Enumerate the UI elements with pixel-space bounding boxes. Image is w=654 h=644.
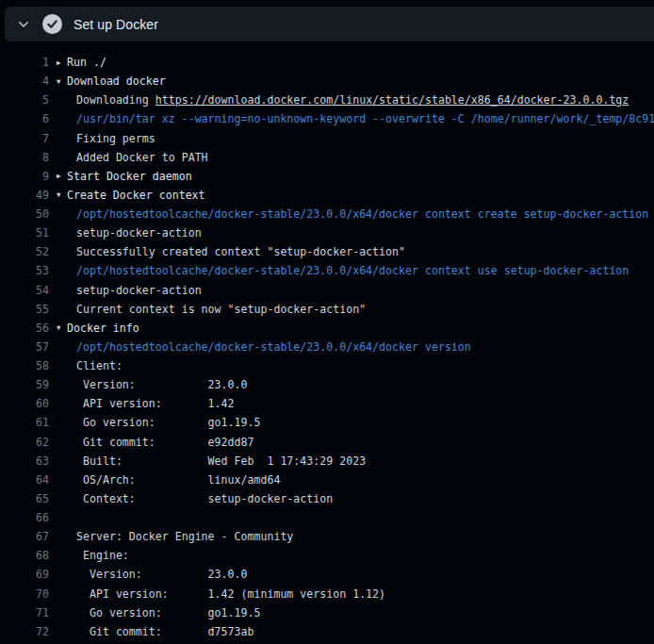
log-line: 69 Version: 23.0.0 [0,565,654,584]
line-number[interactable]: 64 [0,471,49,489]
line-number[interactable]: 4 [0,72,49,91]
line-number[interactable]: 62 [0,433,49,452]
line-content: Built: Wed Feb 1 17:43:29 2023 [76,452,366,471]
line-number[interactable]: 66 [0,508,49,527]
log-line: 8 Added Docker to PATH [0,148,654,167]
log-text: Version: 23.0.0 [76,568,247,581]
line-number[interactable]: 65 [0,489,49,508]
log-text: OS/Arch: linux/amd64 [76,473,280,487]
log-line: 57 /opt/hostedtoolcache/docker-stable/23… [0,338,654,356]
group-title[interactable]: Start Docker daemon [67,170,192,183]
line-number[interactable]: 6 [0,109,49,128]
group-collapsed-icon: ▶ [57,54,67,73]
line-number[interactable]: 52 [0,242,49,261]
group-expanded-icon: ▼ [57,73,67,91]
log-line: 72 Git commit: d7573ab [0,622,654,641]
log-line: 64 OS/Arch: linux/amd64 [0,471,654,489]
step-title: Set up Docker [74,17,158,32]
log-line: 59 Version: 23.0.0 [0,375,654,394]
log-text: API version: 1.42 [76,397,235,410]
log-text: Server: Docker Engine - Community [76,530,293,543]
group-expanded-icon: ▼ [57,319,67,338]
line-number[interactable]: 67 [0,527,49,546]
line-number[interactable]: 61 [0,413,49,432]
log-line: 55 Current context is now "setup-docker-… [0,300,654,319]
log-text: Go version: go1.19.5 [76,606,260,619]
log-line: 6 /usr/bin/tar xz --warning=no-unknown-k… [0,109,654,128]
line-content[interactable]: ▼Docker info [57,319,139,338]
line-content: Version: 23.0.0 [76,375,247,394]
log-text: API version: 1.42 (minimum version 1.12) [76,587,385,601]
log-text: Version: 23.0.0 [76,378,247,391]
line-number[interactable]: 71 [0,603,49,622]
line-content[interactable]: ▼Download docker [57,72,166,91]
log-line: 9 ▶Start Docker daemon [0,167,654,186]
log-line: 51 setup-docker-action [0,223,654,242]
log-text: Client: [76,359,123,372]
log-text: setup-docker-action [76,226,202,239]
line-number[interactable]: 58 [0,356,49,375]
log-text: Go version: go1.19.5 [76,416,260,429]
line-number[interactable]: 72 [0,622,49,641]
line-number[interactable]: 68 [0,546,49,565]
line-number[interactable]: 69 [0,565,49,584]
line-number[interactable]: 56 [0,319,49,338]
command-text: /opt/hostedtoolcache/docker-stable/23.0.… [76,207,654,221]
line-content: /usr/bin/tar xz --warning=no-unknown-key… [76,109,654,128]
line-number[interactable]: 50 [0,205,49,223]
log-line: 56 ▼Docker info [0,319,654,338]
log-line: 60 API version: 1.42 [0,394,654,413]
line-content: Added Docker to PATH [76,148,208,167]
line-number[interactable]: 60 [0,394,49,413]
log-line: 61 Go version: go1.19.5 [0,413,654,432]
line-content[interactable]: ▼Create Docker context [57,186,205,205]
log-text: Git commit: e92dd87 [76,436,253,449]
line-number[interactable]: 7 [0,129,49,148]
line-number[interactable]: 5 [0,91,49,109]
log-text: Fixing perms [76,132,155,145]
line-content: API version: 1.42 (minimum version 1.12) [76,585,385,603]
line-content: /opt/hostedtoolcache/docker-stable/23.0.… [76,205,654,223]
group-title[interactable]: Create Docker context [67,189,205,202]
line-content[interactable]: ▶Start Docker daemon [57,167,192,186]
log-line: 53 /opt/hostedtoolcache/docker-stable/23… [0,261,654,280]
chevron-down-icon[interactable] [17,18,30,31]
line-content: Downloading https://download.docker.com/… [76,91,629,109]
line-number[interactable]: 57 [0,338,49,356]
command-text: /usr/bin/tar xz --warning=no-unknown-key… [76,112,654,125]
log-line: 1 ▶Run ./ [0,53,654,72]
line-content: /opt/hostedtoolcache/docker-stable/23.0.… [76,338,471,356]
line-content: Version: 23.0.0 [76,565,247,584]
line-content: Successfully created context "setup-dock… [76,242,405,261]
log-line: 54 setup-docker-action [0,281,654,300]
line-number[interactable]: 51 [0,223,49,242]
line-number[interactable]: 63 [0,452,49,471]
command-text: /opt/hostedtoolcache/docker-stable/23.0.… [76,340,471,354]
line-number[interactable]: 70 [0,585,49,603]
line-number[interactable]: 1 [0,53,49,72]
log-link[interactable]: https://download.docker.com/linux/static… [155,93,629,107]
line-content: Engine: [76,546,129,565]
log-text: Downloading [76,93,155,107]
line-content: Go version: go1.19.5 [76,603,260,622]
group-title[interactable]: Run ./ [67,56,106,69]
line-number[interactable]: 54 [0,281,49,300]
log-line: 50 /opt/hostedtoolcache/docker-stable/23… [0,205,654,223]
log-text: Git commit: d7573ab [76,625,253,638]
log-line: 49 ▼Create Docker context [0,186,654,205]
line-number[interactable]: 55 [0,300,49,319]
group-title[interactable]: Docker info [67,322,139,335]
line-number[interactable]: 53 [0,261,49,280]
line-number[interactable]: 59 [0,375,49,394]
line-number[interactable]: 49 [0,186,49,205]
group-title[interactable]: Download docker [67,74,166,88]
line-number[interactable]: 8 [0,148,49,167]
line-content: API version: 1.42 [76,394,235,413]
line-content[interactable]: ▶Run ./ [57,53,106,72]
step-header[interactable]: Set up Docker [5,7,654,41]
line-content: Client: [76,356,123,375]
group-collapsed-icon: ▶ [57,167,67,186]
line-number[interactable]: 9 [0,167,49,186]
log-line: 70 API version: 1.42 (minimum version 1.… [0,585,654,603]
log-line: 52 Successfully created context "setup-d… [0,242,654,261]
